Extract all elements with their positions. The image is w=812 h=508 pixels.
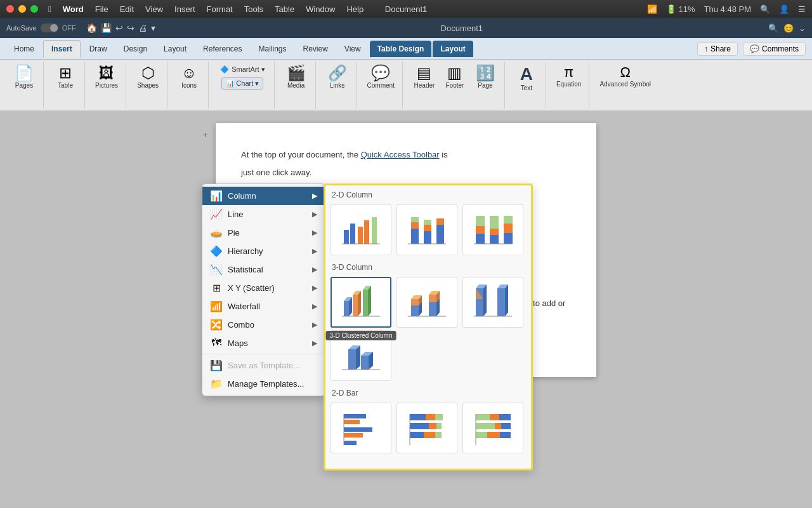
icons-button[interactable]: ☺ Icons — [175, 64, 203, 90]
svg-rect-11 — [424, 220, 431, 225]
text-button[interactable]: A Text — [513, 64, 540, 93]
quick-access-link[interactable]: Quick Access Toolbar — [361, 150, 440, 159]
xy-label: X Y (Scatter) — [228, 283, 275, 293]
xy-icon: ⊞ — [210, 282, 223, 294]
edit-menu[interactable]: Edit — [120, 4, 134, 14]
save-icon[interactable]: 💾 — [101, 23, 112, 33]
chart-100-stacked-column[interactable] — [462, 204, 523, 255]
pages-icon: 📄 — [15, 65, 34, 81]
help-menu[interactable]: Help — [346, 4, 363, 14]
view-menu[interactable]: View — [145, 4, 163, 14]
chart-type-menu[interactable]: 📊 Column ▶ 📈 Line ▶ 🥧 Pie ▶ 🔷 Hierarchy … — [202, 184, 325, 396]
minimize-button[interactable] — [18, 5, 26, 13]
expand-icon[interactable]: ⌄ — [799, 23, 806, 33]
more-icon[interactable]: ▾ — [151, 23, 155, 33]
user-icon[interactable]: 😊 — [783, 23, 794, 33]
svg-rect-7 — [411, 222, 419, 229]
footer-button[interactable]: ▥ Footer — [441, 64, 469, 90]
smartart-button[interactable]: 🔷 SmartArt ▾ — [216, 64, 268, 75]
chart-type-panel[interactable]: 2-D Column — [324, 184, 533, 471]
tab-review[interactable]: Review — [296, 41, 336, 57]
home-icon[interactable]: 🏠 — [86, 23, 97, 33]
svg-rect-66 — [344, 433, 363, 438]
menu-item-xy[interactable]: ⊞ X Y (Scatter) ▶ — [202, 279, 325, 297]
redo-icon[interactable]: ↪ — [127, 23, 134, 33]
header-button[interactable]: ▤ Header — [410, 64, 438, 90]
chart-100-stacked-bar[interactable] — [462, 403, 523, 453]
chart-dropdown[interactable]: 📊 Chart ▾ — [221, 77, 263, 90]
file-menu[interactable]: File — [95, 4, 108, 14]
chart-3d-stacked-column[interactable] — [396, 277, 457, 328]
chart-stacked-bar[interactable] — [396, 403, 457, 453]
chart-dropdown-label: Chart ▾ — [236, 79, 259, 88]
close-button[interactable] — [6, 5, 14, 13]
tab-layout2[interactable]: Layout — [433, 41, 473, 57]
xy-arrow: ▶ — [312, 284, 317, 292]
tab-draw[interactable]: Draw — [82, 41, 115, 57]
tab-table-design[interactable]: Table Design — [370, 41, 432, 57]
links-button[interactable]: 🔗 Links — [324, 64, 351, 90]
word-menu[interactable]: Word — [63, 4, 84, 14]
equation-icon: π — [564, 65, 573, 79]
menu-item-manage-templates[interactable]: 📁 Manage Templates... — [202, 375, 325, 393]
add-margin-icon[interactable]: + — [203, 130, 207, 141]
apple-menu[interactable]:  — [48, 4, 51, 14]
equation-button[interactable]: π Equation — [554, 64, 584, 89]
chart-clustered-bar[interactable] — [331, 403, 391, 453]
menu-item-column[interactable]: 📊 Column ▶ — [202, 187, 325, 205]
mac-menu-bar[interactable]:  Word File Edit View Insert Format Tool… — [48, 4, 363, 14]
symbol-button[interactable]: Ω Advanced Symbol — [597, 64, 653, 89]
page-button[interactable]: 🔢 Page — [471, 64, 499, 90]
pictures-button[interactable]: 🖼 Pictures — [93, 64, 121, 90]
ribbon-group-links: 🔗 Links — [318, 62, 357, 109]
menu-item-hierarchy[interactable]: 🔷 Hierarchy ▶ — [202, 242, 325, 260]
svg-rect-69 — [410, 414, 426, 420]
table-button[interactable]: ⊞ Table — [51, 64, 79, 90]
insert-menu[interactable]: Insert — [174, 4, 195, 14]
maximize-button[interactable] — [30, 5, 38, 13]
tab-references[interactable]: References — [195, 41, 249, 57]
menu-item-combo[interactable]: 🔀 Combo ▶ — [202, 316, 325, 334]
tab-layout[interactable]: Layout — [156, 41, 194, 57]
autosave-toggle[interactable] — [41, 23, 58, 32]
control-center-icon[interactable]: ☰ — [798, 4, 806, 14]
menu-item-statistical[interactable]: 📉 Statistical ▶ — [202, 260, 325, 279]
menu-item-save-template: 💾 Save as Template... — [202, 356, 325, 375]
pages-button[interactable]: 📄 Pages — [10, 64, 38, 90]
chart-stacked-column[interactable] — [396, 204, 457, 255]
comments-button[interactable]: 💬 Comments — [743, 42, 806, 56]
comment-button[interactable]: 💬 Comment — [365, 64, 397, 90]
tab-view[interactable]: View — [337, 41, 369, 57]
table-menu[interactable]: Table — [275, 4, 294, 14]
siri-icon[interactable]: 👤 — [779, 4, 789, 14]
ribbon-tabs[interactable]: Home Insert Draw Design Layout Reference… — [0, 38, 812, 60]
footer-icon: ▥ — [447, 65, 462, 81]
chart-3d-clustered-column[interactable]: 3-D Clustered Column — [331, 277, 391, 328]
undo-icon[interactable]: ↩ — [115, 23, 123, 33]
tab-insert[interactable]: Insert — [43, 40, 81, 58]
menu-item-line[interactable]: 📈 Line ▶ — [202, 205, 325, 224]
format-menu[interactable]: Format — [207, 4, 233, 14]
tab-design[interactable]: Design — [116, 41, 155, 57]
media-button[interactable]: 🎬 Media — [282, 64, 310, 90]
menu-item-maps[interactable]: 🗺 Maps ▶ — [202, 334, 325, 352]
menu-item-waterfall[interactable]: 📶 Waterfall ▶ — [202, 297, 325, 316]
window-controls[interactable] — [6, 5, 38, 13]
quick-access-toolbar[interactable]: 🏠 💾 ↩ ↪ 🖨 ▾ — [86, 23, 155, 33]
search-icon[interactable]: 🔍 — [760, 4, 770, 14]
svg-marker-30 — [358, 291, 361, 316]
tools-menu[interactable]: Tools — [244, 4, 263, 14]
window-menu[interactable]: Window — [306, 4, 335, 14]
share-button[interactable]: ↑ Share — [697, 42, 738, 56]
tab-home[interactable]: Home — [6, 41, 42, 57]
menu-item-pie[interactable]: 🥧 Pie ▶ — [202, 224, 325, 242]
100-stacked-column-svg — [471, 211, 515, 249]
svg-marker-41 — [429, 302, 436, 316]
print-icon[interactable]: 🖨 — [138, 23, 147, 33]
tab-mailings[interactable]: Mailings — [251, 41, 294, 57]
search-ribbon-icon[interactable]: 🔍 — [768, 23, 778, 33]
chart-3d-100-stacked-column[interactable] — [462, 277, 523, 328]
svg-rect-12 — [436, 225, 444, 244]
chart-clustered-column[interactable] — [331, 204, 391, 255]
shapes-button[interactable]: ⬡ Shapes — [134, 64, 162, 90]
